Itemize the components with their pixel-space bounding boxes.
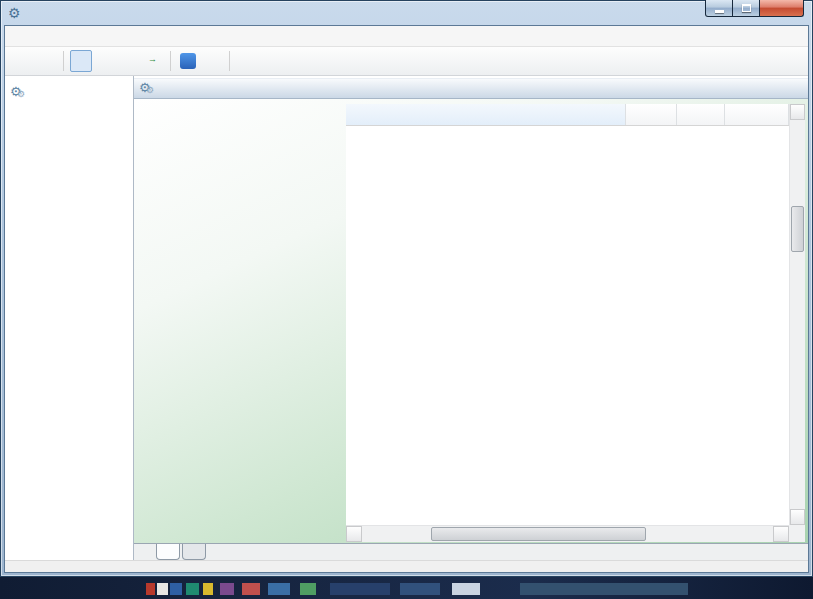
show-console-tree-button[interactable] bbox=[70, 50, 92, 72]
standard-view-button[interactable] bbox=[201, 50, 223, 72]
list-header bbox=[346, 104, 789, 126]
statusbar bbox=[5, 560, 808, 572]
desktop-artifact bbox=[146, 583, 155, 595]
tab-standard[interactable] bbox=[182, 544, 206, 560]
titlebar[interactable]: ⚙ bbox=[4, 1, 809, 25]
scrollbar-corner bbox=[789, 525, 805, 542]
tab-extended[interactable] bbox=[156, 544, 180, 560]
services-app-icon: ⚙ bbox=[8, 6, 21, 20]
content-panel bbox=[134, 76, 808, 560]
desktop-strip bbox=[0, 577, 813, 599]
desktop-artifact bbox=[203, 583, 213, 595]
desktop-artifact bbox=[452, 583, 480, 595]
start-service-button[interactable] bbox=[236, 50, 258, 72]
desktop-artifact bbox=[186, 583, 199, 595]
restart-service-button[interactable] bbox=[308, 50, 330, 72]
main-area bbox=[5, 76, 808, 560]
desktop-artifact bbox=[400, 583, 440, 595]
column-header-status[interactable] bbox=[677, 104, 725, 125]
horizontal-scroll-track[interactable] bbox=[362, 526, 773, 542]
services-window: ⚙ bbox=[0, 0, 813, 577]
desktop-artifact bbox=[170, 583, 182, 595]
desktop-artifact bbox=[157, 583, 168, 595]
desktop-artifact bbox=[220, 583, 234, 595]
tree-item-services-local[interactable] bbox=[5, 83, 133, 102]
desktop-artifact bbox=[330, 583, 390, 595]
services-gear-icon bbox=[10, 85, 25, 100]
desktop-artifact bbox=[520, 583, 688, 595]
window-controls bbox=[705, 0, 804, 17]
horizontal-scrollbar[interactable] bbox=[346, 525, 789, 542]
toolbar bbox=[5, 47, 808, 76]
maximize-icon bbox=[742, 4, 751, 12]
menu-help[interactable] bbox=[50, 34, 64, 38]
column-header-startup-type[interactable] bbox=[725, 104, 789, 125]
minimize-icon bbox=[715, 10, 724, 13]
minimize-button[interactable] bbox=[705, 0, 733, 17]
extended-view bbox=[134, 99, 808, 543]
menu-action[interactable] bbox=[22, 34, 36, 38]
close-button[interactable] bbox=[760, 0, 804, 17]
toolbar-separator bbox=[170, 51, 171, 71]
export-list-button[interactable] bbox=[94, 50, 116, 72]
desktop: ⚙ bbox=[0, 0, 813, 599]
desktop-artifact bbox=[300, 583, 316, 595]
console-tree-panel bbox=[5, 76, 134, 560]
window-client-area bbox=[4, 25, 809, 573]
services-list bbox=[346, 104, 805, 542]
refresh-button[interactable] bbox=[118, 50, 140, 72]
pause-service-button[interactable] bbox=[284, 50, 306, 72]
column-header-description[interactable] bbox=[626, 104, 677, 125]
desktop-artifact bbox=[242, 583, 260, 595]
services-list-body bbox=[346, 126, 789, 525]
scroll-up-button[interactable] bbox=[790, 104, 805, 120]
scroll-left-button[interactable] bbox=[346, 526, 362, 542]
scroll-down-button[interactable] bbox=[790, 509, 805, 525]
banner-gear-icon bbox=[139, 81, 154, 96]
help-icon bbox=[180, 53, 196, 69]
export-button[interactable] bbox=[142, 50, 164, 72]
horizontal-scroll-thumb[interactable] bbox=[431, 527, 646, 541]
menu-file[interactable] bbox=[8, 34, 22, 38]
results-banner bbox=[134, 78, 808, 99]
service-detail-pane bbox=[141, 113, 345, 153]
back-button[interactable] bbox=[11, 50, 33, 72]
stop-service-button[interactable] bbox=[260, 50, 282, 72]
forward-button[interactable] bbox=[35, 50, 57, 72]
vertical-scroll-thumb[interactable] bbox=[791, 206, 804, 252]
menubar bbox=[5, 26, 808, 47]
view-tabs bbox=[134, 543, 808, 560]
column-header-name[interactable] bbox=[346, 104, 626, 125]
toolbar-separator bbox=[229, 51, 230, 71]
vertical-scrollbar[interactable] bbox=[789, 104, 805, 525]
vertical-scroll-track[interactable] bbox=[790, 120, 805, 509]
help-button[interactable] bbox=[177, 50, 199, 72]
scroll-right-button[interactable] bbox=[773, 526, 789, 542]
desktop-artifact bbox=[268, 583, 290, 595]
toolbar-separator bbox=[63, 51, 64, 71]
maximize-button[interactable] bbox=[733, 0, 760, 17]
menu-view[interactable] bbox=[36, 34, 50, 38]
